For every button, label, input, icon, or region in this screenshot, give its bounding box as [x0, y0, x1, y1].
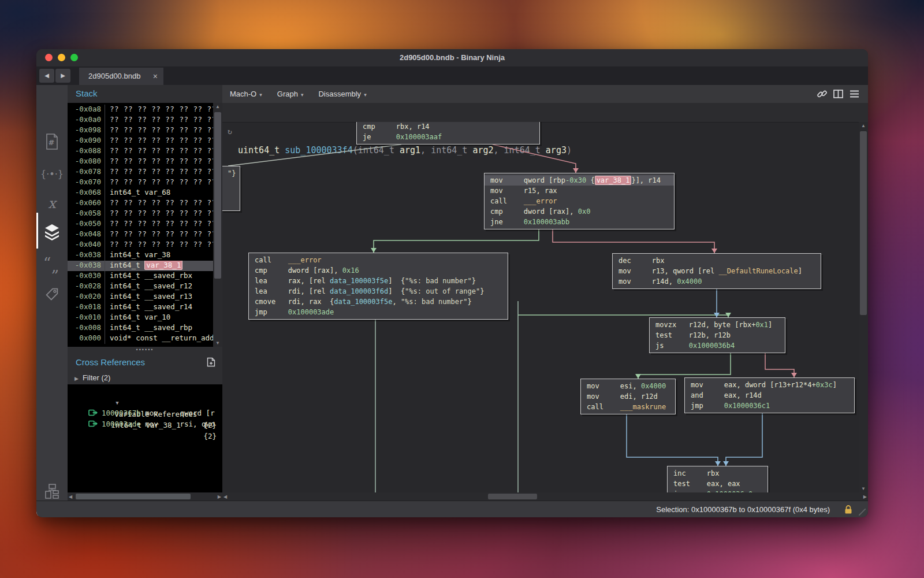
stack-row[interactable]: -0x070?? ?? ?? ?? ?? ?? ?? ??	[68, 177, 213, 188]
block-maskrune[interactable]: mov esi, 0x4000mov edi, r12dcall ___mask…	[580, 379, 676, 414]
stack-row[interactable]: -0x038int64_t var_38_1	[68, 261, 213, 271]
view-toolbar: Mach-O▾Graph▾Disassembly▾	[222, 85, 868, 103]
split-view-icon[interactable]	[833, 88, 844, 99]
graph-blocks: cmp rbx, r14je 0x100003aaf"}mov qword [r…	[222, 122, 859, 492]
scroll-right-icon[interactable]: ▶	[218, 494, 221, 499]
graph-horizontal-scrollbar[interactable]: ◀ ▶	[222, 492, 868, 501]
block-store-var[interactable]: mov qword [rbp-0x30 {var_38_1}], r14mov …	[484, 173, 675, 229]
stack-row[interactable]: -0x038int64_t var_38	[68, 250, 213, 261]
nav-back-button[interactable]: ◀	[39, 69, 54, 83]
block-loop[interactable]: inc rbxtest eax, eaxjne 0x1000036a0	[667, 466, 768, 492]
main-view-area: Mach-O▾Graph▾Disassembly▾ ↻ uint64_t sub…	[222, 85, 868, 501]
stack-row[interactable]: -0x010int64_t var_10	[68, 313, 213, 323]
desktop-wallpaper: 2d905d00.bndb - Binary Ninja ◀ ▶ 2d905d0…	[0, 0, 924, 578]
xrefs-panel-header: Cross References	[68, 354, 222, 372]
hex-document-icon[interactable]: #	[36, 133, 68, 156]
link-icon[interactable]	[817, 88, 828, 99]
binary-ninja-window: 2d905d00.bndb - Binary Ninja ◀ ▶ 2d905d0…	[36, 49, 868, 517]
strings-quotes-icon[interactable]: “„	[36, 253, 68, 279]
new-pane-icon[interactable]	[207, 357, 215, 369]
block-movzx[interactable]: movzx r12d, byte [rbx+0x1]test r12b, r12…	[649, 317, 785, 353]
stack-row[interactable]: -0x088?? ?? ?? ?? ?? ?? ?? ??	[68, 146, 213, 157]
block-error-strings[interactable]: call ___errorcmp dword [rax], 0x16lea ra…	[248, 253, 508, 320]
xrefs-group-row[interactable]: ▼ Variable References {2}	[68, 386, 222, 397]
stack-panel-title: Stack	[76, 88, 98, 98]
stack-hex-view[interactable]: -0x0a8?? ?? ?? ?? ?? ?? ?? ??-0x0a0?? ??…	[68, 103, 222, 347]
stack-row[interactable]: -0x018int64_t __saved_r14	[68, 302, 213, 313]
graph-view[interactable]: cmp rbx, r14je 0x100003aaf"}mov qword [r…	[222, 122, 868, 492]
scroll-left-icon[interactable]: ◀	[223, 494, 227, 499]
scroll-down-icon[interactable]: ▼	[213, 340, 222, 346]
left-panel-horizontal-scrollbar[interactable]: ◀ ▶	[68, 492, 222, 501]
toolbar-menu-disassembly[interactable]: Disassembly▾	[318, 85, 366, 103]
graph-vertical-scrollbar[interactable]: ▲ ▼	[859, 122, 868, 492]
stack-row[interactable]: -0x0a0?? ?? ?? ?? ?? ?? ?? ??	[68, 115, 213, 125]
block-cmp-je[interactable]: cmp rbx, r14je 0x100003aaf	[356, 122, 540, 144]
xrefs-variable-row[interactable]: ▼ int64_t var_38_1 {2}	[68, 397, 222, 407]
sidebar-icon-strip: # {·•·} x “„	[36, 85, 68, 501]
chevron-down-icon: ▾	[361, 92, 367, 98]
xrefs-variable-count: {2}	[203, 431, 217, 442]
stack-layers-icon[interactable]	[36, 223, 68, 246]
scroll-down-icon[interactable]: ▼	[859, 486, 868, 491]
xref-arrow-icon	[88, 420, 98, 428]
tag-icon[interactable]	[36, 286, 68, 309]
xref-item[interactable]: 10000367b mov qword [r	[68, 407, 222, 418]
selection-status: Selection: 0x10000367b to 0x10000367f (0…	[656, 501, 830, 517]
tab-bar: ◀ ▶ 2d905d00.bndb ×	[36, 66, 868, 85]
left-sidebar-panel: Stack -0x0a8?? ?? ?? ?? ?? ?? ?? ??-0x0a…	[68, 85, 222, 501]
stack-row[interactable]: -0x030int64_t __saved_rbx	[68, 271, 213, 281]
xref-item[interactable]: 100003ade mov rsi, qwo	[68, 418, 222, 429]
stack-row[interactable]: -0x060?? ?? ?? ?? ?? ?? ?? ??	[68, 198, 213, 209]
stack-row[interactable]: -0x048?? ?? ?? ?? ?? ?? ?? ??	[68, 229, 213, 240]
stack-row[interactable]: -0x068int64_t var_68	[68, 188, 213, 198]
stack-row[interactable]: -0x078?? ?? ?? ?? ?? ?? ?? ??	[68, 167, 213, 177]
scrollbar-thumb[interactable]	[214, 112, 221, 279]
stack-row[interactable]: -0x090?? ?? ?? ?? ?? ?? ?? ??	[68, 136, 213, 146]
chevron-right-icon: ▶	[68, 376, 83, 381]
toolbar-menu-mach-o[interactable]: Mach-O▾	[230, 85, 262, 103]
menu-icon[interactable]	[849, 88, 860, 99]
stack-row[interactable]: -0x040?? ?? ?? ?? ?? ?? ?? ??	[68, 240, 213, 250]
stack-row[interactable]: -0x008int64_t __saved_rbp	[68, 323, 213, 334]
scrollbar-thumb[interactable]	[76, 494, 191, 499]
stack-row[interactable]: -0x050?? ?? ?? ?? ?? ?? ?? ??	[68, 219, 213, 229]
toolbar-menu-graph[interactable]: Graph▾	[277, 85, 304, 103]
block-and[interactable]: mov eax, dword [r13+r12*4+0x3c]and eax, …	[684, 377, 855, 413]
block-rune-locale[interactable]: dec rbxmov r13, qword [rel __DefaultRune…	[612, 253, 821, 289]
xrefs-filter[interactable]: ▶Filter (2)	[68, 372, 222, 384]
scroll-up-icon[interactable]: ▲	[859, 123, 868, 128]
nav-forward-button[interactable]: ▶	[55, 69, 70, 83]
block-partial-string[interactable]: "}	[222, 166, 240, 211]
function-signature-bar[interactable]: ↻ uint64_t sub_1000033f4(int64_t arg1, i…	[222, 103, 868, 123]
tab-close-icon[interactable]: ×	[153, 68, 158, 85]
chevron-down-icon: ▾	[256, 92, 262, 98]
stack-rows: -0x0a8?? ?? ?? ?? ?? ?? ?? ??-0x0a0?? ??…	[68, 105, 213, 344]
stack-panel-header: Stack	[68, 85, 222, 103]
xrefs-panel-title: Cross References	[76, 357, 145, 367]
stack-row[interactable]: -0x020int64_t __saved_r13	[68, 292, 213, 302]
scroll-up-icon[interactable]: ▲	[213, 104, 222, 109]
tab-active[interactable]: 2d905d00.bndb ×	[79, 68, 163, 85]
braces-icon[interactable]: {·•·}	[36, 165, 68, 188]
stack-row[interactable]: -0x058?? ?? ?? ?? ?? ?? ?? ??	[68, 209, 213, 219]
stack-row[interactable]: -0x098?? ?? ?? ?? ?? ?? ?? ??	[68, 125, 213, 136]
tab-label: 2d905d00.bndb	[79, 72, 140, 80]
scrollbar-thumb[interactable]	[860, 131, 867, 315]
filter-label: Filter (2)	[83, 373, 110, 382]
resize-grip[interactable]	[859, 509, 866, 516]
scroll-left-icon[interactable]: ◀	[69, 494, 72, 499]
toolbar-menus: Mach-O▾Graph▾Disassembly▾	[230, 85, 367, 103]
stack-row[interactable]: 0x000void* const __return_add	[68, 334, 213, 344]
titlebar[interactable]: 2d905d00.bndb - Binary Ninja	[36, 49, 868, 67]
lock-icon[interactable]	[844, 505, 853, 517]
scrollbar-thumb[interactable]	[488, 494, 537, 499]
scroll-right-icon[interactable]: ▶	[863, 494, 867, 499]
stack-row[interactable]: -0x0a8?? ?? ?? ?? ?? ?? ?? ??	[68, 105, 213, 115]
variables-x-icon[interactable]: x	[36, 194, 68, 217]
stack-row[interactable]: -0x028int64_t __saved_r12	[68, 281, 213, 292]
stack-row[interactable]: -0x080?? ?? ?? ?? ?? ?? ?? ??	[68, 157, 213, 167]
stack-vertical-scrollbar[interactable]: ▲ ▼	[213, 103, 222, 347]
xrefs-list: ▼ Variable References {2} ▼ int64_t var_…	[68, 384, 222, 492]
panel-splitter-handle[interactable]: ••••••	[68, 347, 222, 354]
